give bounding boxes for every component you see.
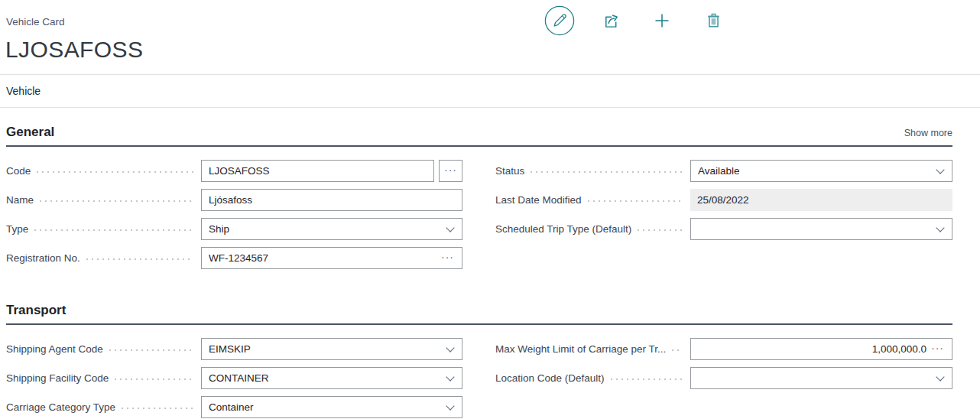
dotted-leader (611, 378, 683, 380)
type-dropdown-toggle[interactable] (439, 227, 462, 231)
field-row-max-weight-limit: Max Weight Limit of Carriage per Tr... ·… (495, 338, 952, 360)
transport-fields: Shipping Agent Code Shipping Facility Co… (6, 325, 952, 419)
section-header-general: General Show more (6, 108, 952, 147)
chevron-down-icon (446, 401, 454, 410)
field-row-shipping-facility-code: Shipping Facility Code (6, 367, 462, 389)
field-label: Type (6, 223, 28, 235)
trash-icon (705, 11, 722, 31)
field-row-type: Type (6, 218, 462, 240)
dotted-leader (588, 200, 683, 202)
max-weight-assist-ellipsis-icon[interactable]: ··· (928, 344, 952, 355)
type-combobox[interactable] (202, 219, 439, 239)
edit-button[interactable] (544, 5, 575, 37)
dotted-leader (40, 200, 193, 202)
scheduled-trip-type-combobox[interactable] (691, 219, 929, 239)
max-weight-input[interactable] (691, 339, 928, 359)
scheduled-trip-type-dropdown-toggle[interactable] (929, 227, 952, 231)
field-label: Carriage Category Type (6, 401, 115, 413)
page-caption: Vehicle Card (6, 16, 65, 28)
general-left-column: Code ··· Name (6, 160, 462, 276)
share-button[interactable] (595, 5, 626, 37)
status-combobox[interactable] (691, 161, 929, 181)
location-code-field-box (690, 367, 952, 389)
field-label: Scheduled Trip Type (Default) (495, 223, 631, 235)
carriage-category-field-box (201, 396, 462, 418)
page-header: Vehicle Card LJOSAFOSS (0, 0, 980, 74)
field-label: Max Weight Limit of Carriage per Tr... (495, 343, 666, 355)
share-icon (602, 11, 620, 31)
general-right-column: Status Last Date Modified 25/08/2022 (495, 160, 952, 276)
ellipsis-icon: ··· (444, 166, 457, 174)
header-toolbar (544, 5, 729, 37)
field-label: Code (6, 165, 31, 177)
dotted-leader (37, 171, 193, 173)
chevron-down-icon (446, 372, 454, 381)
field-label: Status (495, 165, 524, 177)
field-row-status: Status (495, 160, 952, 182)
registration-assist-ellipsis-icon[interactable]: ··· (438, 253, 462, 264)
scheduled-trip-type-field-box (690, 218, 952, 240)
page-title: LJOSAFOSS (5, 37, 143, 63)
code-assist-button[interactable]: ··· (439, 160, 462, 182)
field-row-last-date-modified: Last Date Modified 25/08/2022 (495, 189, 952, 211)
pencil-circle-icon (544, 5, 575, 38)
dotted-leader (638, 229, 683, 231)
name-input[interactable] (202, 190, 462, 210)
status-dropdown-toggle[interactable] (929, 169, 952, 173)
dotted-leader (672, 349, 683, 351)
shipping-agent-dropdown-toggle[interactable] (439, 347, 462, 351)
plus-icon (653, 11, 671, 32)
chevron-down-icon (446, 343, 454, 352)
dotted-leader (86, 258, 193, 260)
dotted-leader (109, 349, 193, 351)
max-weight-field-box: ··· (690, 338, 952, 360)
field-label: Location Code (Default) (495, 372, 605, 384)
general-fields: Code ··· Name (6, 147, 952, 276)
registration-input[interactable] (202, 248, 438, 268)
carriage-category-dropdown-toggle[interactable] (439, 405, 462, 409)
location-code-dropdown-toggle[interactable] (929, 376, 952, 380)
field-label: Last Date Modified (495, 194, 582, 206)
field-row-shipping-agent-code: Shipping Agent Code (6, 338, 462, 360)
field-row-registration-no: Registration No. ··· (6, 247, 462, 269)
location-code-combobox[interactable] (691, 368, 929, 388)
shipping-facility-dropdown-toggle[interactable] (439, 376, 462, 380)
chevron-down-icon (936, 165, 944, 174)
chevron-down-icon (936, 372, 944, 381)
name-field-box (201, 189, 462, 211)
shipping-facility-field-box (201, 367, 462, 389)
registration-field-box: ··· (201, 247, 462, 269)
section-header-transport: Transport (6, 276, 952, 325)
section-title-general[interactable]: General (6, 125, 54, 140)
field-row-name: Name (6, 189, 462, 211)
dotted-leader (122, 408, 193, 409)
dotted-leader (115, 378, 193, 380)
dotted-leader (34, 229, 193, 231)
new-button[interactable] (647, 5, 677, 37)
field-row-carriage-category-type: Carriage Category Type (6, 396, 462, 418)
field-row-location-code: Location Code (Default) (495, 367, 952, 389)
dotted-leader (531, 171, 683, 173)
card-content: General Show more Code ··· Name (6, 108, 952, 419)
field-label: Shipping Facility Code (6, 372, 109, 384)
shipping-facility-combobox[interactable] (202, 368, 439, 388)
code-input[interactable] (202, 161, 433, 181)
action-menubar: Vehicle (0, 74, 980, 108)
menu-item-vehicle[interactable]: Vehicle (6, 85, 41, 97)
type-field-box (201, 218, 462, 240)
field-label: Registration No. (6, 252, 80, 264)
shipping-agent-field-box (201, 338, 462, 360)
carriage-category-combobox[interactable] (202, 397, 439, 417)
shipping-agent-combobox[interactable] (202, 339, 439, 359)
field-label: Name (6, 194, 34, 206)
code-field-box (201, 160, 434, 182)
delete-button[interactable] (698, 5, 729, 37)
transport-left-column: Shipping Agent Code Shipping Facility Co… (6, 338, 462, 419)
show-more-link[interactable]: Show more (904, 128, 952, 138)
transport-right-column: Max Weight Limit of Carriage per Tr... ·… (495, 338, 952, 419)
field-row-scheduled-trip-type: Scheduled Trip Type (Default) (495, 218, 952, 240)
chevron-down-icon (936, 223, 944, 232)
field-label: Shipping Agent Code (6, 343, 103, 355)
chevron-down-icon (446, 223, 454, 232)
section-title-transport[interactable]: Transport (6, 303, 66, 318)
